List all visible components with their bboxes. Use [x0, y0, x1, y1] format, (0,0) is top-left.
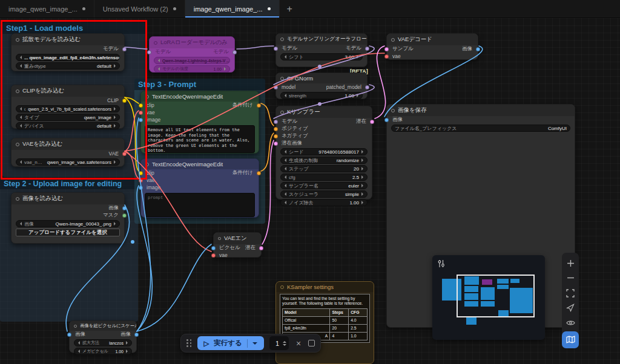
stepper-down-icon[interactable] — [283, 344, 286, 348]
images-input-slot[interactable] — [384, 118, 389, 122]
model-input-slot[interactable] — [274, 47, 278, 51]
node-scale-image[interactable]: 画像を総ピクセルにスケール 画像 画像 拡大方法 lanczos メガピクセル … — [69, 320, 137, 353]
stepper-up-icon[interactable] — [283, 339, 286, 343]
combo-right-arrow-icon[interactable] — [361, 192, 365, 196]
combo-left-arrow-icon[interactable] — [18, 115, 22, 119]
node-load-vae[interactable]: VAEを読み込む VAE vae_name qwen_image_vae.saf… — [11, 138, 125, 167]
combo-right-arrow-icon[interactable] — [114, 64, 117, 68]
minimap-panel[interactable] — [432, 255, 545, 340]
combo-left-arrow-icon[interactable] — [18, 160, 22, 164]
combo-right-arrow-icon[interactable] — [357, 55, 360, 59]
combo-right-arrow-icon[interactable] — [114, 107, 117, 111]
combo-right-arrow-icon[interactable] — [114, 115, 117, 119]
vae-input-slot[interactable] — [139, 111, 143, 115]
combo-right-arrow-icon[interactable] — [361, 167, 365, 171]
combo-right-arrow-icon[interactable] — [114, 124, 117, 128]
unsaved-dot-icon[interactable] — [173, 7, 176, 10]
widget-denoise[interactable]: ノイズ除去 1.00 — [280, 199, 368, 206]
patched-model-output-slot[interactable] — [365, 85, 369, 89]
widget-device[interactable]: デバイス default — [16, 122, 120, 129]
collapse-dot-icon[interactable] — [16, 38, 19, 42]
combo-left-arrow-icon[interactable] — [283, 55, 286, 59]
widget-seed[interactable]: シード 976480016588017 — [280, 148, 368, 155]
mask-output-slot[interactable] — [122, 213, 127, 218]
widget-control-after-generate[interactable]: 生成後の制御 randomize — [280, 157, 368, 164]
latent-image-input-slot[interactable] — [274, 141, 278, 146]
image-input-slot[interactable] — [139, 186, 143, 190]
node-load-diffusion-model[interactable]: 拡散モデルを読み込む モデル ... qwen_image_edit_fp8_e… — [11, 33, 125, 71]
zoom-in-button[interactable] — [564, 256, 577, 270]
combo-right-arrow-icon[interactable] — [114, 160, 117, 164]
collapse-dot-icon[interactable] — [280, 285, 284, 289]
image-output-slot[interactable] — [134, 333, 139, 337]
node-model-sampling-auraflow[interactable]: モデルサンプリングオーラフロー モデル モデル シフト 3.00 — [275, 33, 368, 67]
widget-scheduler[interactable]: スケジューラ simple — [280, 190, 368, 198]
widget-lora-name[interactable]: Qwen-Image-Lightning-4steps-V ... — [154, 57, 230, 64]
widget-upscale-method[interactable]: 拡大方法 lanczos — [74, 339, 132, 346]
node-load-image[interactable]: 画像を読み込む 画像 マスク 画像 Qwen-Image_00043_.png … — [11, 192, 125, 244]
image-output-slot[interactable] — [476, 47, 480, 51]
conditioning-output-slot[interactable] — [257, 171, 261, 175]
collapse-dot-icon[interactable] — [74, 325, 77, 328]
pan-pointer-button[interactable] — [564, 301, 577, 314]
widget-sampler-name[interactable]: サンプラー名 euler — [280, 182, 368, 189]
widget-image-file[interactable]: 画像 Qwen-Image_00043_.png — [16, 220, 120, 227]
node-load-clip[interactable]: CLIPを読み込む CLIP cli... qwen_2.5_vl_7b_fp8… — [11, 85, 125, 129]
widget-steps[interactable]: ステップ 20 — [280, 165, 368, 172]
run-button[interactable]: ▷ 実行する — [197, 336, 264, 350]
widget-ckpt-name[interactable]: ... qwen_image_edit_fp8_e4m3fn.safetenso… — [16, 54, 120, 61]
collapse-dot-icon[interactable] — [16, 143, 19, 146]
combo-left-arrow-icon[interactable] — [76, 341, 80, 345]
count-stepper[interactable] — [283, 339, 286, 348]
image-output-slot[interactable] — [122, 206, 127, 210]
collapse-dot-icon[interactable] — [391, 38, 395, 42]
combo-left-arrow-icon[interactable] — [156, 59, 160, 62]
combo-right-arrow-icon[interactable] — [114, 222, 117, 226]
collapse-dot-icon[interactable] — [145, 95, 149, 99]
combo-left-arrow-icon[interactable] — [18, 222, 22, 226]
widget-clip-type[interactable]: タイプ qwen_image — [16, 114, 120, 121]
unsaved-dot-icon[interactable] — [268, 7, 271, 10]
combo-left-arrow-icon[interactable] — [283, 192, 286, 196]
minimap-settings-icon[interactable] — [437, 259, 446, 268]
combo-right-arrow-icon[interactable] — [361, 175, 365, 179]
node-cfg-norm[interactable]: CFGNorm model patched_model strength 1.0… — [275, 73, 368, 99]
combo-left-arrow-icon[interactable] — [283, 94, 286, 97]
node-text-encode-positive[interactable]: TextEncodeQwenImageEdit clip 条件付け vae im… — [140, 91, 259, 154]
collapse-dot-icon[interactable] — [16, 197, 19, 201]
minimap-viewport[interactable] — [457, 275, 535, 317]
widget-strength[interactable]: strength 1.00 — [280, 92, 363, 99]
combo-left-arrow-icon[interactable] — [18, 64, 22, 68]
workflow-tab-3-active[interactable]: image_qwen_image_... — [185, 0, 280, 18]
model-output-slot[interactable] — [232, 50, 237, 54]
toggle-visibility-eye-button[interactable] — [564, 316, 577, 330]
combo-left-arrow-icon[interactable] — [18, 56, 22, 59]
conditioning-output-slot[interactable] — [257, 103, 261, 108]
stop-icon[interactable] — [308, 340, 315, 346]
negative-input-slot[interactable] — [274, 134, 278, 138]
combo-right-arrow-icon[interactable] — [357, 94, 360, 97]
node-lora-loader[interactable]: LoRAローダーモデルのみ モデル モデル Qwen-Image-Lightni… — [149, 36, 235, 73]
cancel-button[interactable]: × — [294, 339, 303, 348]
widget-cfg[interactable]: cfg 2.5 — [280, 174, 368, 181]
combo-left-arrow-icon[interactable] — [283, 184, 286, 187]
combo-right-arrow-icon[interactable] — [361, 184, 365, 187]
widget-shift[interactable]: シフト 3.00 — [280, 53, 363, 60]
collapse-dot-icon[interactable] — [280, 37, 284, 41]
combo-right-arrow-icon[interactable] — [361, 150, 365, 154]
combo-left-arrow-icon[interactable] — [283, 167, 286, 171]
chevron-down-icon[interactable] — [252, 342, 257, 347]
vae-input-slot[interactable] — [211, 253, 216, 258]
combo-left-arrow-icon[interactable] — [156, 67, 160, 71]
collapse-dot-icon[interactable] — [391, 109, 395, 112]
vae-input-slot[interactable] — [139, 178, 143, 183]
upload-file-button[interactable]: アップロードするファイルを選択 — [16, 229, 120, 236]
positive-input-slot[interactable] — [274, 127, 278, 131]
model-output-slot[interactable] — [122, 47, 127, 51]
widget-filename-prefix[interactable]: ファイル名_プレフィックス ComfyUI — [391, 125, 570, 132]
combo-left-arrow-icon[interactable] — [283, 201, 286, 204]
clip-input-slot[interactable] — [139, 171, 143, 175]
minimap-toggle-button[interactable] — [562, 331, 579, 348]
node-text-encode-negative[interactable]: TextEncodeQwenImageEdit clip 条件付け vae im… — [140, 158, 259, 218]
prompt-textarea[interactable]: prompt — [145, 193, 255, 217]
